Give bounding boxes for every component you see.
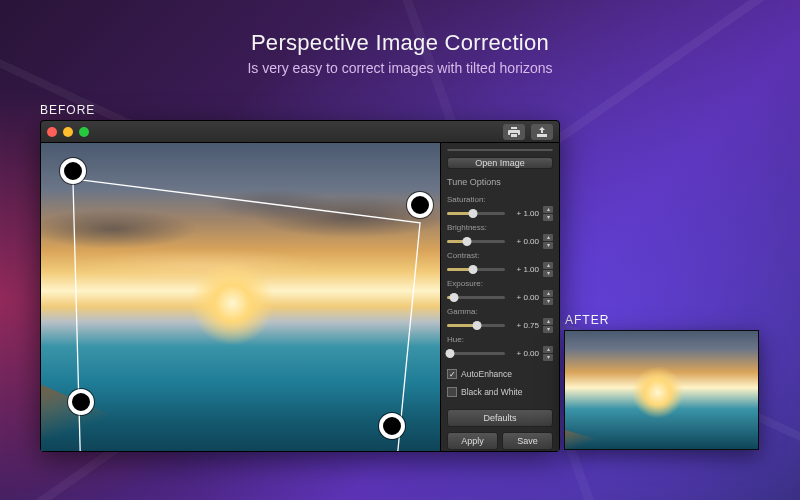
- slider-row-0: Saturation:+ 1.00▴▾: [447, 195, 553, 221]
- slider-value: + 0.00: [509, 293, 539, 302]
- page-title: Perspective Image Correction: [0, 30, 800, 56]
- slider-knob[interactable]: [446, 349, 455, 358]
- slider-track[interactable]: [447, 240, 505, 243]
- auto-enhance-row[interactable]: ✓ AutoEnhance: [447, 369, 553, 379]
- slider-value: + 0.00: [509, 237, 539, 246]
- slider-value: + 0.75: [509, 321, 539, 330]
- open-image-button[interactable]: Open Image: [447, 157, 553, 169]
- window-titlebar: [41, 121, 559, 143]
- slider-track[interactable]: [447, 324, 505, 327]
- stepper-down-icon[interactable]: ▾: [543, 298, 553, 305]
- slider-value: + 1.00: [509, 265, 539, 274]
- slider-knob[interactable]: [469, 265, 478, 274]
- slider-track[interactable]: [447, 268, 505, 271]
- slider-knob[interactable]: [449, 293, 458, 302]
- slider-value: + 0.00: [509, 349, 539, 358]
- slider-row-2: Contrast:+ 1.00▴▾: [447, 251, 553, 277]
- slider-label: Exposure:: [447, 279, 553, 288]
- tune-options-label: Tune Options: [447, 177, 553, 187]
- image-canvas[interactable]: [41, 143, 441, 451]
- slider-track[interactable]: [447, 352, 505, 355]
- perspective-handle-tr[interactable]: [407, 192, 433, 218]
- slider-track[interactable]: [447, 296, 505, 299]
- stepper-up-icon[interactable]: ▴: [543, 206, 553, 213]
- share-icon: [536, 127, 548, 137]
- zoom-window-button[interactable]: [79, 127, 89, 137]
- perspective-handle-bl[interactable]: [68, 389, 94, 415]
- auto-enhance-label: AutoEnhance: [461, 369, 512, 379]
- slider-row-5: Hue:+ 0.00▴▾: [447, 335, 553, 361]
- stepper-up-icon[interactable]: ▴: [543, 346, 553, 353]
- stepper-up-icon[interactable]: ▴: [543, 262, 553, 269]
- perspective-handle-tl[interactable]: [60, 158, 86, 184]
- slider-row-3: Exposure:+ 0.00▴▾: [447, 279, 553, 305]
- slider-label: Contrast:: [447, 251, 553, 260]
- slider-knob[interactable]: [469, 209, 478, 218]
- traffic-lights: [47, 127, 89, 137]
- save-button[interactable]: Save: [502, 432, 553, 450]
- preview-thumbnail: [447, 149, 553, 151]
- apply-button[interactable]: Apply: [447, 432, 498, 450]
- black-white-checkbox[interactable]: [447, 387, 457, 397]
- page-subtitle: Is very easy to correct images with tilt…: [0, 60, 800, 76]
- after-label: AFTER: [565, 313, 609, 327]
- print-icon: [508, 127, 520, 137]
- slider-row-4: Gamma:+ 0.75▴▾: [447, 307, 553, 333]
- minimize-window-button[interactable]: [63, 127, 73, 137]
- stepper-down-icon[interactable]: ▾: [543, 214, 553, 221]
- share-button[interactable]: [531, 124, 553, 140]
- stepper-down-icon[interactable]: ▾: [543, 242, 553, 249]
- stepper-down-icon[interactable]: ▾: [543, 270, 553, 277]
- slider-knob[interactable]: [463, 237, 472, 246]
- slider-label: Gamma:: [447, 307, 553, 316]
- before-label: BEFORE: [40, 103, 95, 117]
- stepper-up-icon[interactable]: ▴: [543, 318, 553, 325]
- auto-enhance-checkbox[interactable]: ✓: [447, 369, 457, 379]
- close-window-button[interactable]: [47, 127, 57, 137]
- control-sidebar: Open Image Tune Options Saturation:+ 1.0…: [441, 143, 559, 451]
- black-white-label: Black and White: [461, 387, 522, 397]
- stepper-up-icon[interactable]: ▴: [543, 290, 553, 297]
- slider-label: Saturation:: [447, 195, 553, 204]
- slider-row-1: Brightness:+ 0.00▴▾: [447, 223, 553, 249]
- stepper-down-icon[interactable]: ▾: [543, 354, 553, 361]
- defaults-button[interactable]: Defaults: [447, 409, 553, 427]
- print-button[interactable]: [503, 124, 525, 140]
- stepper-down-icon[interactable]: ▾: [543, 326, 553, 333]
- slider-label: Brightness:: [447, 223, 553, 232]
- app-window: Open Image Tune Options Saturation:+ 1.0…: [40, 120, 560, 452]
- perspective-quad[interactable]: [41, 143, 440, 451]
- slider-label: Hue:: [447, 335, 553, 344]
- slider-track[interactable]: [447, 212, 505, 215]
- stepper-up-icon[interactable]: ▴: [543, 234, 553, 241]
- after-preview: [564, 330, 759, 450]
- slider-value: + 1.00: [509, 209, 539, 218]
- slider-knob[interactable]: [473, 321, 482, 330]
- black-white-row[interactable]: Black and White: [447, 387, 553, 397]
- promo-heading: Perspective Image Correction Is very eas…: [0, 30, 800, 76]
- perspective-handle-br[interactable]: [379, 413, 405, 439]
